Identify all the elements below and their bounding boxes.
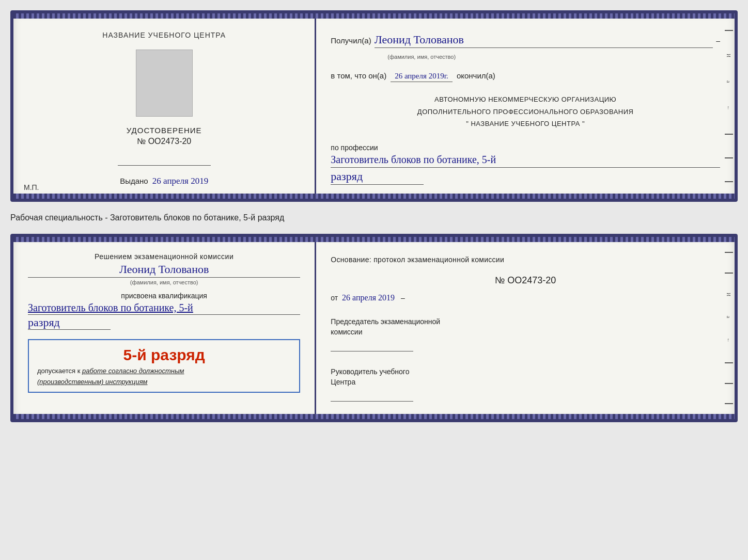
doc1-razryad: разряд xyxy=(331,170,424,185)
po-professii-label: по профессии xyxy=(331,143,720,152)
edge-mark-2 xyxy=(725,134,733,135)
doc2-left-panel: Решением экзаменационной комиссии Леонид… xyxy=(13,237,316,419)
vtom-row: в том, что он(а) 26 апреля 2019г. окончи… xyxy=(331,71,720,82)
doc1-mp-label: М.П. xyxy=(24,183,39,191)
page-wrapper: НАЗВАНИЕ УЧЕБНОГО ЦЕНТРА УДОСТОВЕРЕНИЕ №… xyxy=(10,10,738,422)
doc1-center-label: НАЗВАНИЕ УЧЕБНОГО ЦЕНТРА xyxy=(102,31,226,39)
dopuskaetsya-prefix: допускается к xyxy=(37,367,80,375)
edge-text-i: И xyxy=(726,54,731,57)
poluchil-row: Получил(а) Леонид Толованов – xyxy=(331,33,720,48)
specialty-label: Рабочая специальность - Заготовитель бло… xyxy=(10,211,738,225)
doc1-udostoverenie-title: УДОСТОВЕРЕНИЕ xyxy=(127,126,202,135)
predsedatel-subtitle-text: комиссии xyxy=(331,328,362,336)
doc1-left-panel: НАЗВАНИЕ УЧЕБНОГО ЦЕНТРА УДОСТОВЕРЕНИЕ №… xyxy=(13,13,316,199)
document-2: Решением экзаменационной комиссии Леонид… xyxy=(10,234,738,422)
doc2-razryad: разряд xyxy=(28,316,111,330)
edge-mark-d2-4 xyxy=(725,383,733,384)
doc2-right-edge: И а ← xyxy=(723,237,735,419)
rukovoditel-title-text: Руководитель учебного xyxy=(331,367,409,376)
stamp-box: 5-й разряд допускается к работе согласно… xyxy=(28,339,300,393)
doc1-right-edge: И а ← xyxy=(723,13,735,199)
org-block: АВТОНОМНУЮ НЕКОММЕРЧЕСКУЮ ОРГАНИЗАЦИЮ ДО… xyxy=(331,92,720,131)
dopuskaetsya-suffix: (производственным) инструкциям xyxy=(37,378,148,386)
edge-mark-d2-1 xyxy=(725,252,733,253)
rukovoditel-title: Руководитель учебного Центра xyxy=(331,367,720,387)
doc1-underline-field xyxy=(118,155,211,166)
rukovoditel-sig-line xyxy=(331,391,413,402)
org-line2: ДОПОЛНИТЕЛЬНОГО ПРОФЕССИОНАЛЬНОГО ОБРАЗО… xyxy=(331,107,720,117)
org-line1: АВТОНОМНУЮ НЕКОММЕРЧЕСКУЮ ОРГАНИЗАЦИЮ xyxy=(331,94,720,105)
predsedatel-block: Председатель экзаменационной комиссии xyxy=(331,317,720,359)
dopuskaetsya-suffix-line: (производственным) инструкциям xyxy=(37,378,291,386)
edge-mark-d2-5 xyxy=(725,403,733,404)
document-1: НАЗВАНИЕ УЧЕБНОГО ЦЕНТРА УДОСТОВЕРЕНИЕ №… xyxy=(10,10,738,202)
dopuskaetsya-line: допускается к работе согласно должностны… xyxy=(37,367,291,375)
stamp-number: 5-й разряд xyxy=(37,346,291,364)
po-professii-block: по профессии Заготовитель блоков по бота… xyxy=(331,140,720,185)
edge-mark-3 xyxy=(725,157,733,158)
doc2-recipient-name: Леонид Толованов xyxy=(28,263,300,278)
org-line3: " НАЗВАНИЕ УЧЕБНОГО ЦЕНТРА " xyxy=(331,119,720,129)
ot-dash: – xyxy=(401,294,405,302)
edge-text-d2-i: И xyxy=(726,293,731,296)
ot-label: от xyxy=(331,294,338,302)
edge-text-a: а xyxy=(726,81,731,83)
rukovoditel-subtitle-text: Центра xyxy=(331,378,355,386)
doc2-profession: Заготовитель блоков по ботанике, 5-й xyxy=(28,301,300,315)
doc2-fio-sublabel: (фамилия, имя, отчество) xyxy=(28,279,300,285)
edge-text-d2-a: а xyxy=(726,316,731,318)
predsedatel-title: Председатель экзаменационной комиссии xyxy=(331,317,720,337)
vydano-date: 26 апреля 2019 xyxy=(152,176,208,186)
protocol-number: № OO2473-20 xyxy=(331,275,720,286)
ot-date-line: от 26 апреля 2019 – xyxy=(331,293,720,302)
doc1-completion-date: 26 апреля 2019г. xyxy=(391,72,453,82)
doc1-photo-placeholder xyxy=(136,50,193,117)
okonchil: окончил(а) xyxy=(457,71,495,80)
prisvoena-text: присвоена квалификация xyxy=(28,292,300,300)
edge-mark-d2-3 xyxy=(725,362,733,363)
rukovoditel-block: Руководитель учебного Центра xyxy=(331,367,720,409)
doc1-recipient-name: Леонид Толованов xyxy=(375,33,713,48)
edge-text-arrow: ← xyxy=(726,105,731,110)
edge-mark-1 xyxy=(725,30,733,31)
edge-mark-4 xyxy=(725,181,733,182)
ot-date-value: 26 апреля 2019 xyxy=(342,293,395,302)
predsedatel-sig-line xyxy=(331,341,413,351)
doc2-right-panel: Основание: протокол экзаменационной коми… xyxy=(316,237,735,419)
doc1-fio-sublabel: (фамилия, имя, отчество) xyxy=(387,54,720,60)
dopuskaetsya-text: работе согласно должностным xyxy=(82,367,184,375)
osnovanie-text: Основание: протокол экзаменационной коми… xyxy=(331,255,720,264)
edge-text-d2-arrow: ← xyxy=(726,338,731,343)
doc1-vydano-line: Выдано 26 апреля 2019 xyxy=(120,176,208,186)
doc1-right-panel: Получил(а) Леонид Толованов – (фамилия, … xyxy=(316,13,735,199)
resheniem-text: Решением экзаменационной комиссии xyxy=(28,252,300,261)
vtom-prefix: в том, что он(а) xyxy=(331,71,386,80)
vydano-label: Выдано xyxy=(120,177,148,185)
doc1-doc-number: № OO2473-20 xyxy=(137,137,191,146)
doc1-profession: Заготовитель блоков по ботанике, 5-й xyxy=(331,153,720,168)
edge-mark-d2-2 xyxy=(725,273,733,274)
predsedatel-title-text: Председатель экзаменационной xyxy=(331,317,440,326)
poluchil-prefix: Получил(а) xyxy=(331,36,371,45)
